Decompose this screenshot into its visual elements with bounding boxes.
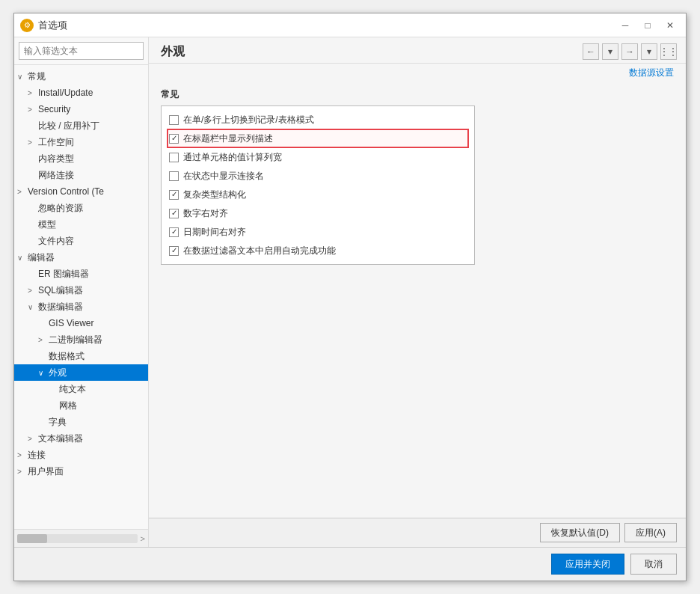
expand-icon-connection: > [17,451,28,459]
option-label-single-multi: 在单/多行上切换到记录/表格模式 [183,114,314,126]
datasource-link-row: 数据源设置 [149,64,686,82]
tree-item-dictionary[interactable]: 字典 [14,414,148,430]
sidebar-bottom: > [14,529,148,547]
expand-icon-version-control: > [17,188,28,196]
main-body: 常见 在单/多行上切换到记录/表格模式 在标题栏中显示列描述 [149,82,686,518]
cancel-button[interactable]: 取消 [630,554,677,575]
tree-item-connection[interactable]: > 连接 [14,447,148,463]
toolbar-right: ← ▾ → ▾ ⋮⋮ [583,43,677,60]
main-footer: 恢复默认值(D) 应用(A) [149,518,686,547]
apply-button[interactable]: 应用(A) [624,523,677,542]
option-label-autocomplete: 在数据过滤器文本中启用自动完成功能 [183,245,336,257]
checkbox-calc-width[interactable] [169,153,179,162]
sidebar: ∨ 常规 > Install/Update > Security 比较 / 应用… [14,37,149,547]
expand-icon-text-editor: > [28,435,38,443]
expand-icon-sql: > [28,287,38,295]
checkbox-number-right[interactable] [169,209,179,218]
option-label-number-right: 数字右对齐 [183,207,228,220]
main-panel: 外观 ← ▾ → ▾ ⋮⋮ 数据源设置 常见 在单/多行上切 [149,37,686,547]
checkbox-complex-type[interactable] [169,190,179,200]
tree-item-file-content[interactable]: 文件内容 [14,233,148,249]
expand-icon-workspace: > [28,138,38,147]
apply-close-button[interactable]: 应用并关闭 [551,554,624,575]
tree-item-data-format[interactable]: 数据格式 [14,348,148,364]
option-label-datetime-right: 日期时间右对齐 [183,226,246,239]
option-label-complex-type: 复杂类型结构化 [183,189,246,201]
content-area: ∨ 常规 > Install/Update > Security 比较 / 应用… [14,37,686,547]
section-label: 常见 [161,88,674,101]
search-input[interactable] [19,42,144,60]
window-controls: ─ □ ✕ [615,18,680,33]
checkbox-show-column-desc[interactable] [169,134,179,144]
more-button[interactable]: ⋮⋮ [660,43,677,60]
checkbox-single-multi[interactable] [169,115,179,125]
expand-icon-security: > [28,105,38,114]
horizontal-scrollbar[interactable] [17,534,138,543]
expand-icon-ui: > [17,468,28,476]
page-title: 外观 [161,44,583,60]
option-label-show-column-desc: 在标题栏中显示列描述 [183,132,273,145]
tree-item-install[interactable]: > Install/Update [14,85,148,101]
tree-item-ui[interactable]: > 用户界面 [14,463,148,480]
tree-item-er-editor[interactable]: ER 图编辑器 [14,266,148,282]
option-row-show-column-desc: 在标题栏中显示列描述 [169,131,467,146]
expand-icon-install: > [28,89,38,97]
restore-default-button[interactable]: 恢复默认值(D) [540,523,620,542]
search-box [14,37,148,65]
scroll-thumb [17,534,47,543]
tree-item-plain-text[interactable]: 纯文本 [14,381,148,397]
tree-item-security[interactable]: > Security [14,101,148,117]
tree-scroll-area[interactable]: ∨ 常规 > Install/Update > Security 比较 / 应用… [14,65,148,529]
expand-icon-binary: > [38,336,49,344]
tree-item-appearance[interactable]: ∨ 外观 [14,364,148,381]
tree-item-version-control[interactable]: > Version Control (Te [14,183,148,200]
tree-item-sql-editor[interactable]: > SQL编辑器 [14,282,148,298]
tree-item-workspace[interactable]: > 工作空间 [14,134,148,150]
options-group: 在单/多行上切换到记录/表格模式 在标题栏中显示列描述 通过单元格的值计算列宽 [161,105,475,265]
tree-item-model[interactable]: 模型 [14,216,148,233]
window-title: 首选项 [38,19,615,32]
window-footer: 应用并关闭 取消 [14,547,686,581]
window-icon: ⚙ [20,19,34,32]
back-button[interactable]: ← [583,43,599,60]
checkbox-datetime-right[interactable] [169,227,179,237]
option-row-number-right: 数字右对齐 [169,206,467,221]
datasource-settings-link[interactable]: 数据源设置 [629,67,674,78]
option-row-calc-width: 通过单元格的值计算列宽 [169,150,467,165]
tree-item-ignore-resources[interactable]: 忽略的资源 [14,200,148,216]
checkbox-show-connection[interactable] [169,171,179,181]
tree-item-grid[interactable]: 网格 [14,397,148,414]
option-label-calc-width: 通过单元格的值计算列宽 [183,151,282,164]
forward-dropdown-button[interactable]: ▾ [641,43,657,60]
forward-button[interactable]: → [621,43,638,60]
option-row-datetime-right: 日期时间右对齐 [169,224,467,239]
title-bar: ⚙ 首选项 ─ □ ✕ [14,13,686,37]
expand-icon-appearance: ∨ [38,369,49,377]
expand-icon-editors: ∨ [17,254,28,262]
tree-item-network[interactable]: 网络连接 [14,167,148,183]
option-row-single-multi: 在单/多行上切换到记录/表格模式 [169,112,467,127]
expand-icon-common: ∨ [17,73,28,81]
tree-item-data-editor[interactable]: ∨ 数据编辑器 [14,298,148,315]
tree-item-binary-editor[interactable]: > 二进制编辑器 [14,331,148,348]
tree-item-gis-viewer[interactable]: GIS Viewer [14,315,148,331]
maximize-button[interactable]: □ [638,18,657,33]
scroll-arrow-right[interactable]: > [141,534,145,543]
back-dropdown-button[interactable]: ▾ [602,43,618,60]
expand-icon-data-editor: ∨ [28,303,38,311]
option-row-show-connection: 在状态中显示连接名 [169,168,467,183]
main-header: 外观 ← ▾ → ▾ ⋮⋮ [149,37,686,64]
option-label-show-connection: 在状态中显示连接名 [183,170,264,183]
minimize-button[interactable]: ─ [615,18,635,33]
tree-item-content-type[interactable]: 内容类型 [14,150,148,167]
close-button[interactable]: ✕ [660,18,680,33]
preferences-window: ⚙ 首选项 ─ □ ✕ ∨ 常规 > [13,13,687,581]
tree: ∨ 常规 > Install/Update > Security 比较 / 应用… [14,65,148,483]
option-row-complex-type: 复杂类型结构化 [169,187,467,202]
tree-item-compare[interactable]: 比较 / 应用补丁 [14,117,148,134]
tree-item-editors[interactable]: ∨ 编辑器 [14,249,148,266]
checkbox-autocomplete[interactable] [169,246,179,256]
tree-item-text-editor[interactable]: > 文本编辑器 [14,430,148,447]
option-row-autocomplete: 在数据过滤器文本中启用自动完成功能 [169,243,467,258]
tree-item-common[interactable]: ∨ 常规 [14,68,148,85]
